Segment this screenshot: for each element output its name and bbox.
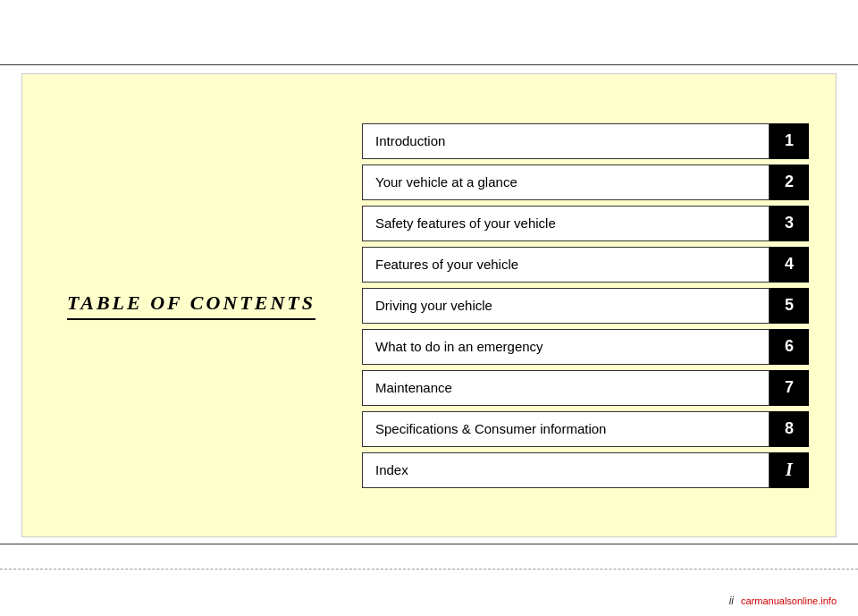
toc-list: Introduction1Your vehicle at a glance2Sa…	[353, 123, 809, 488]
toc-item-label: Driving your vehicle	[362, 288, 770, 324]
page-number: ii	[729, 595, 734, 607]
dotted-divider	[0, 569, 858, 570]
toc-item-number: 4	[770, 247, 809, 283]
toc-item-label: Your vehicle at a glance	[362, 165, 770, 200]
toc-title: TABLE OF CONTENTS	[67, 291, 315, 320]
main-content-area: TABLE OF CONTENTS Introduction1Your vehi…	[21, 73, 837, 537]
toc-item-label: What to do in an emergency	[362, 329, 770, 365]
toc-row[interactable]: Driving your vehicle5	[362, 288, 809, 324]
toc-row[interactable]: What to do in an emergency6	[362, 329, 809, 365]
toc-row[interactable]: IndexI	[362, 452, 809, 488]
toc-item-label: Specifications & Consumer information	[362, 411, 770, 447]
toc-item-number: 2	[770, 165, 809, 200]
toc-item-label: Index	[362, 452, 770, 488]
toc-item-number: 3	[770, 206, 809, 241]
toc-row[interactable]: Your vehicle at a glance2	[362, 165, 809, 200]
toc-item-number: I	[770, 452, 809, 488]
toc-row[interactable]: Maintenance7	[362, 370, 809, 406]
toc-item-label: Introduction	[362, 123, 770, 159]
toc-item-number: 7	[770, 370, 809, 406]
toc-item-number: 5	[770, 288, 809, 324]
toc-row[interactable]: Safety features of your vehicle3	[362, 206, 809, 241]
toc-row[interactable]: Introduction1	[362, 123, 809, 159]
top-divider	[0, 64, 858, 65]
footer: ii carmanualsonline.info	[729, 595, 837, 607]
toc-row[interactable]: Specifications & Consumer information8	[362, 411, 809, 447]
footer-site: carmanualsonline.info	[741, 595, 837, 606]
toc-item-number: 6	[770, 329, 809, 365]
toc-item-label: Safety features of your vehicle	[362, 206, 770, 241]
left-panel: TABLE OF CONTENTS	[49, 291, 353, 320]
toc-item-number: 8	[770, 411, 809, 447]
toc-item-label: Maintenance	[362, 370, 770, 406]
toc-item-label: Features of your vehicle	[362, 247, 770, 283]
bottom-divider	[0, 544, 858, 544]
toc-item-number: 1	[770, 123, 809, 159]
toc-row[interactable]: Features of your vehicle4	[362, 247, 809, 283]
